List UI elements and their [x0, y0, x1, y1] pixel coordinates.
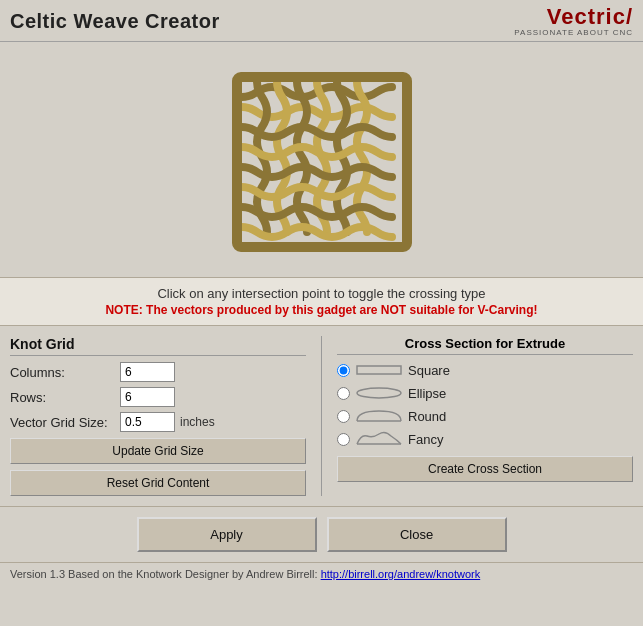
rows-row: Rows:: [10, 387, 306, 407]
cross-section-square-row: Square: [337, 361, 633, 379]
update-grid-button[interactable]: Update Grid Size: [10, 438, 306, 464]
round-label: Round: [408, 409, 446, 424]
cross-section-panel: Cross Section for Extrude Square Ellipse: [337, 336, 633, 496]
footer: Version 1.3 Based on the Knotwork Design…: [0, 562, 643, 585]
grid-size-label: Vector Grid Size:: [10, 415, 120, 430]
footer-text: Version 1.3 Based on the Knotwork Design…: [10, 568, 321, 580]
cross-section-round-row: Round: [337, 407, 633, 425]
panel-separator: [321, 336, 322, 496]
ellipse-label: Ellipse: [408, 386, 446, 401]
grid-size-input[interactable]: [120, 412, 175, 432]
vectric-logo: Vectric/ PASSIONATE ABOUT CNC: [514, 6, 633, 37]
cross-section-ellipse-row: Ellipse: [337, 384, 633, 402]
columns-row: Columns:: [10, 362, 306, 382]
app-title: Celtic Weave Creator: [10, 10, 220, 33]
fancy-label: Fancy: [408, 432, 443, 447]
round-cross-icon: [355, 407, 403, 425]
preview-area: [0, 42, 643, 277]
reset-grid-button[interactable]: Reset Grid Content: [10, 470, 306, 496]
cross-section-fancy-radio[interactable]: [337, 433, 350, 446]
info-main-text: Click on any intersection point to toggl…: [10, 286, 633, 301]
knot-grid-panel: Knot Grid Columns: Rows: Vector Grid Siz…: [10, 336, 306, 496]
cross-section-ellipse-radio[interactable]: [337, 387, 350, 400]
cross-section-square-radio[interactable]: [337, 364, 350, 377]
grid-size-row: Vector Grid Size: inches: [10, 412, 306, 432]
logo-name: Vectric/: [547, 6, 633, 28]
cross-section-round-radio[interactable]: [337, 410, 350, 423]
cross-section-fancy-row: Fancy: [337, 430, 633, 448]
info-area: Click on any intersection point to toggl…: [0, 277, 643, 326]
close-button[interactable]: Close: [327, 517, 507, 552]
apply-button[interactable]: Apply: [137, 517, 317, 552]
columns-label: Columns:: [10, 365, 120, 380]
bottom-buttons: Apply Close: [0, 506, 643, 562]
celtic-knot-preview: [222, 62, 422, 262]
cross-section-title: Cross Section for Extrude: [337, 336, 633, 355]
svg-rect-2: [357, 366, 401, 374]
controls-area: Knot Grid Columns: Rows: Vector Grid Siz…: [0, 326, 643, 506]
rows-input[interactable]: [120, 387, 175, 407]
logo-tagline: PASSIONATE ABOUT CNC: [514, 28, 633, 37]
grid-size-unit: inches: [180, 415, 215, 429]
columns-input[interactable]: [120, 362, 175, 382]
ellipse-cross-icon: [355, 384, 403, 402]
svg-point-3: [357, 388, 401, 398]
info-warning-text: NOTE: The vectors produced by this gadge…: [10, 303, 633, 317]
fancy-cross-icon: [355, 430, 403, 448]
footer-link[interactable]: http://birrell.org/andrew/knotwork: [321, 568, 481, 580]
knot-grid-title: Knot Grid: [10, 336, 306, 356]
header: Celtic Weave Creator Vectric/ PASSIONATE…: [0, 0, 643, 42]
rows-label: Rows:: [10, 390, 120, 405]
create-cross-section-button[interactable]: Create Cross Section: [337, 456, 633, 482]
square-cross-icon: [355, 361, 403, 379]
square-label: Square: [408, 363, 450, 378]
